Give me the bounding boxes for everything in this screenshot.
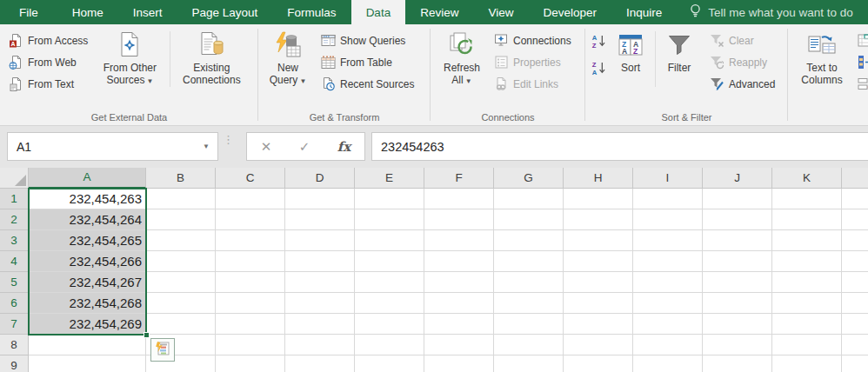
cell-I7[interactable] <box>633 314 703 335</box>
tab-inquire[interactable]: Inquire <box>611 0 677 24</box>
filter-button[interactable]: Filter <box>658 24 701 108</box>
col-header-I[interactable]: I <box>633 168 703 189</box>
cell-G9[interactable] <box>494 355 564 372</box>
cell-K3[interactable] <box>772 230 842 251</box>
cell-A3[interactable]: 232,454,265 <box>29 230 146 251</box>
advanced-filter-button[interactable]: Advanced <box>706 73 778 95</box>
edit-links-button[interactable]: Edit Links <box>491 73 575 95</box>
tell-me-box[interactable]: Tell me what you want to do <box>689 0 853 24</box>
cell-D1[interactable] <box>285 189 355 209</box>
row-header-2[interactable]: 2 <box>0 209 29 230</box>
cell-partial-3[interactable] <box>842 230 868 251</box>
cell-G2[interactable] <box>494 209 564 230</box>
flash-fill-button[interactable] <box>854 30 868 51</box>
cell-K9[interactable] <box>772 355 842 372</box>
cell-D5[interactable] <box>285 272 355 293</box>
row-header-6[interactable]: 6 <box>0 293 29 314</box>
from-other-sources-button[interactable]: From Other Sources▼ <box>91 24 168 108</box>
cell-A1[interactable]: 232,454,263 <box>29 189 146 209</box>
from-table-button[interactable]: From Table <box>317 51 417 73</box>
cell-K7[interactable] <box>772 314 842 335</box>
row-header-8[interactable]: 8 <box>0 335 29 355</box>
cell-C8[interactable] <box>216 335 285 355</box>
recent-sources-button[interactable]: Recent Sources <box>317 73 417 95</box>
cell-D7[interactable] <box>285 314 355 335</box>
name-box[interactable]: A1 ▼ <box>7 132 218 161</box>
cell-D3[interactable] <box>285 230 355 251</box>
cell-I3[interactable] <box>633 230 703 251</box>
cell-A7[interactable]: 232,454,269 <box>29 314 146 335</box>
cell-K6[interactable] <box>772 293 842 314</box>
from-text-button[interactable]: From Text <box>5 73 91 95</box>
cell-C9[interactable] <box>216 355 285 372</box>
sort-az-button[interactable]: AZ <box>590 30 608 51</box>
cell-C3[interactable] <box>216 230 285 251</box>
show-queries-button[interactable]: Show Queries <box>317 30 417 51</box>
fill-handle[interactable] <box>144 332 150 338</box>
cell-E6[interactable] <box>355 293 424 314</box>
cell-A8[interactable] <box>29 335 146 355</box>
cell-E7[interactable] <box>355 314 424 335</box>
sort-za-button[interactable]: ZA <box>590 56 608 78</box>
cell-G1[interactable] <box>494 189 564 209</box>
cell-partial-8[interactable] <box>842 335 868 355</box>
col-header-B[interactable]: B <box>146 168 216 189</box>
cell-J9[interactable] <box>703 355 772 372</box>
cell-E1[interactable] <box>355 189 424 209</box>
cell-C5[interactable] <box>216 272 285 293</box>
cell-partial-4[interactable] <box>842 251 868 272</box>
cell-K4[interactable] <box>772 251 842 272</box>
cell-H4[interactable] <box>564 251 633 272</box>
cell-partial-7[interactable] <box>842 314 868 335</box>
cell-H8[interactable] <box>564 335 633 355</box>
cell-I5[interactable] <box>633 272 703 293</box>
tab-file[interactable]: File <box>0 0 57 24</box>
enter-icon[interactable]: ✓ <box>299 139 310 155</box>
cell-J8[interactable] <box>703 335 772 355</box>
cell-D2[interactable] <box>285 209 355 230</box>
cell-A4[interactable]: 232,454,266 <box>29 251 146 272</box>
col-header-H[interactable]: H <box>564 168 633 189</box>
from-web-button[interactable]: From Web <box>5 51 91 73</box>
cell-A6[interactable]: 232,454,268 <box>29 293 146 314</box>
col-header-C[interactable]: C <box>216 168 285 189</box>
cell-B5[interactable] <box>146 272 216 293</box>
row-header-3[interactable]: 3 <box>0 230 29 251</box>
cell-J7[interactable] <box>703 314 772 335</box>
cell-F5[interactable] <box>424 272 494 293</box>
cell-J1[interactable] <box>703 189 772 209</box>
cell-K1[interactable] <box>772 189 842 209</box>
row-header-5[interactable]: 5 <box>0 272 29 293</box>
cell-B1[interactable] <box>146 189 216 209</box>
cancel-icon[interactable]: ✕ <box>261 139 272 155</box>
col-header-J[interactable]: J <box>703 168 772 189</box>
cell-A5[interactable]: 232,454,267 <box>29 272 146 293</box>
col-header-G[interactable]: G <box>494 168 564 189</box>
cell-H6[interactable] <box>564 293 633 314</box>
tab-review[interactable]: Review <box>405 0 473 24</box>
col-header-partial[interactable] <box>842 168 868 189</box>
cell-partial-2[interactable] <box>842 209 868 230</box>
cell-F1[interactable] <box>424 189 494 209</box>
cell-D8[interactable] <box>285 335 355 355</box>
cell-partial-5[interactable] <box>842 272 868 293</box>
cell-C6[interactable] <box>216 293 285 314</box>
cell-B4[interactable] <box>146 251 216 272</box>
connections-button[interactable]: Connections <box>491 30 575 51</box>
cell-G4[interactable] <box>494 251 564 272</box>
tab-data[interactable]: Data <box>351 0 406 24</box>
cell-F8[interactable] <box>424 335 494 355</box>
cell-H7[interactable] <box>564 314 633 335</box>
cell-K2[interactable] <box>772 209 842 230</box>
cell-I4[interactable] <box>633 251 703 272</box>
cell-B6[interactable] <box>146 293 216 314</box>
cell-E8[interactable] <box>355 335 424 355</box>
col-header-K[interactable]: K <box>772 168 842 189</box>
formula-input[interactable]: 232454263 <box>371 132 868 161</box>
tab-page-layout[interactable]: Page Layout <box>177 0 273 24</box>
cell-I8[interactable] <box>633 335 703 355</box>
cell-H2[interactable] <box>564 209 633 230</box>
tab-insert[interactable]: Insert <box>118 0 177 24</box>
remove-duplicates-button[interactable] <box>854 51 868 73</box>
cell-F9[interactable] <box>424 355 494 372</box>
